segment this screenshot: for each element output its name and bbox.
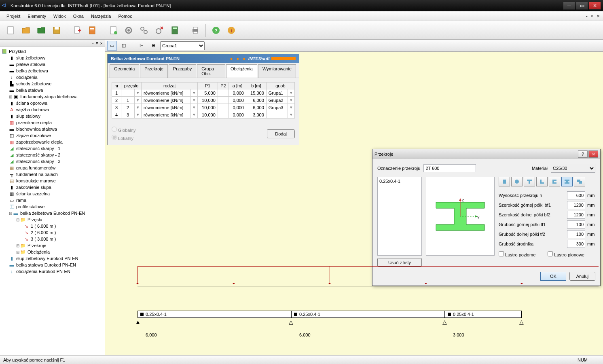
dialog-close-button[interactable]: ✕	[588, 150, 598, 158]
tab-przeguby[interactable]: Przeguby	[169, 64, 196, 78]
add-load-button[interactable]: Dodaj	[267, 129, 295, 138]
dropdown-icon[interactable]: ▾	[135, 97, 142, 104]
tree-item[interactable]: ↓obciążenia	[1, 74, 104, 80]
collapse-icon[interactable]: ⊟	[16, 218, 20, 222]
shape-z-button[interactable]	[574, 177, 585, 186]
mdi-close-icon[interactable]: ×	[595, 13, 601, 19]
calculator-button[interactable]	[168, 24, 181, 37]
tree-item[interactable]: ▬płatew stalowa	[1, 61, 104, 68]
tree-span-item[interactable]: ↘3 ( 3.000 m )	[1, 236, 104, 242]
expand-icon[interactable]: ⊞	[16, 250, 20, 254]
dialog-help-button[interactable]: ?	[578, 150, 588, 158]
tree-item[interactable]: ⊞▣fundamenty-stopa kielichowa	[1, 93, 104, 100]
new-file-button[interactable]	[4, 24, 17, 37]
settings-2-button[interactable]	[138, 24, 150, 37]
oznaczenie-input[interactable]	[423, 164, 476, 172]
dropdown-icon[interactable]: ▾	[190, 111, 197, 119]
dropdown-icon[interactable]: ▾	[288, 89, 295, 97]
tab-grupa-obc[interactable]: Grupa Obc.	[197, 64, 225, 78]
tree-item[interactable]: ▮słup stalowy	[1, 113, 104, 119]
print-button[interactable]	[189, 24, 202, 37]
radio-lokalny[interactable]: Lokalny	[112, 135, 135, 141]
group-select[interactable]: Grupa1	[160, 41, 205, 50]
dropdown-icon[interactable]: ▾	[190, 89, 197, 97]
remove-from-list-button[interactable]: Usuń z listy	[377, 258, 422, 267]
menu-narzedzia[interactable]: Narzędzia	[88, 13, 114, 20]
tree-item[interactable]: ⊞📁Przekroje	[1, 242, 104, 249]
property-input[interactable]	[567, 230, 585, 238]
open-folder-2-button[interactable]	[35, 24, 48, 37]
shape-circle-button[interactable]	[511, 177, 523, 186]
page-button[interactable]	[107, 24, 120, 37]
shape-i-button[interactable]	[561, 177, 573, 186]
mirror-horizontal-checkbox[interactable]: Lustro poziome	[499, 251, 535, 257]
project-tree[interactable]: 📗Przykład ▮słup żelbetowy ▬płatew stalow…	[0, 47, 105, 355]
table-row[interactable]: 1▾równomierne [kN/m]▾5,0000,00015,000Gru…	[112, 89, 295, 97]
sidebar-dropdown-icon[interactable]: ▾	[96, 40, 98, 46]
dropdown-icon[interactable]: ▾	[288, 111, 295, 119]
collapse-icon[interactable]: ⊟	[8, 211, 13, 216]
tree-item[interactable]: ▥przenikanie ciepła	[1, 119, 104, 126]
tree-span-item[interactable]: ↘1 ( 6.000 m )	[1, 223, 104, 229]
tree-span-item[interactable]: ↘2 ( 6.000 m )	[1, 229, 104, 236]
tab-obciazenia[interactable]: Obciążenia	[226, 64, 257, 78]
maximize-button[interactable]: ▭	[576, 2, 588, 10]
menu-widok[interactable]: Widok	[50, 13, 69, 20]
dropdown-icon[interactable]: ▾	[135, 111, 142, 119]
view-3d-button[interactable]: ◫	[119, 41, 129, 51]
view-mode-button[interactable]: ▭	[107, 41, 117, 51]
menu-elementy[interactable]: Elementy	[24, 13, 49, 20]
menu-okna[interactable]: Okna	[70, 13, 87, 20]
material-select[interactable]: C25/30	[551, 164, 595, 173]
tree-item[interactable]: ◢stateczność skarpy - 1	[1, 145, 104, 152]
shape-tee-button[interactable]	[524, 177, 535, 186]
tree-item[interactable]: ▦grupa fundamentów	[1, 165, 104, 171]
tab-przekroje[interactable]: Przekroje	[140, 64, 167, 78]
export-button[interactable]	[71, 24, 84, 37]
radio-globalny[interactable]: Globalny	[112, 127, 135, 133]
tree-item[interactable]: ⊞📁Obciążenia	[1, 249, 104, 255]
tree-item[interactable]: ◢stateczność skarpy - 2	[1, 152, 104, 158]
dropdown-icon[interactable]: ▾	[135, 89, 142, 97]
section-list[interactable]: 0.25x0.4-1	[377, 177, 422, 256]
tree-root[interactable]: 📗Przykład	[1, 48, 104, 55]
tree-item[interactable]: ▤konstrukcje murowe	[1, 178, 104, 184]
minimize-button[interactable]: ─	[563, 2, 575, 10]
expand-icon[interactable]: ⊞	[16, 243, 20, 248]
table-row[interactable]: 32▾równomierne [kN/m]▾10,0000,0006,000Gr…	[112, 104, 295, 111]
tool-button-2[interactable]: ⊟	[148, 41, 158, 51]
tree-item[interactable]: ▙schody żelbetowe	[1, 80, 104, 87]
tree-item[interactable]: ▥zapotrzebowanie ciepła	[1, 139, 104, 145]
tree-item[interactable]: ╥fundament na palach	[1, 171, 104, 178]
menu-projekt[interactable]: Projekt	[3, 13, 23, 20]
dropdown-icon[interactable]: ▾	[135, 104, 142, 111]
tree-item[interactable]: ⊟📁Przęsła	[1, 216, 104, 223]
mdi-minimize-icon[interactable]: -	[584, 13, 588, 19]
property-input[interactable]	[567, 220, 585, 229]
dropdown-icon[interactable]: ▾	[190, 97, 197, 104]
tree-item[interactable]: ◫złącze doczołowe	[1, 132, 104, 139]
tree-item[interactable]: 工profile stalowe	[1, 203, 104, 210]
tree-item[interactable]: ▬blachownica stalowa	[1, 126, 104, 132]
tree-item[interactable]: ▮ściana oporowa	[1, 100, 104, 106]
tree-item[interactable]: ▥ścianka szczelna	[1, 190, 104, 197]
open-folder-button[interactable]	[19, 24, 32, 37]
dropdown-icon[interactable]: ▾	[190, 104, 197, 111]
tree-item[interactable]: ▭rama	[1, 197, 104, 203]
menu-pomoc[interactable]: Pomoc	[115, 13, 135, 20]
tree-item[interactable]: ▮słup żelbetowy Eurokod PN-EN	[1, 255, 104, 262]
property-input[interactable]	[567, 211, 585, 219]
mirror-vertical-checkbox[interactable]: Lustro pionowe	[548, 251, 584, 257]
tree-item[interactable]: ⊟▬belka żelbetowa Eurokod PN-EN	[1, 210, 104, 216]
tab-geometria[interactable]: Geometria	[110, 64, 139, 78]
shape-l-button[interactable]	[536, 177, 548, 186]
sidebar-close-icon[interactable]: ×	[100, 41, 103, 46]
tree-item[interactable]: ↓obciążenia Eurokod PN-EN	[1, 268, 104, 275]
help-button[interactable]: ?	[209, 24, 222, 37]
tab-wymiarowanie[interactable]: Wymiarowanie	[258, 64, 296, 78]
table-row[interactable]: 43▾równomierne [kN/m]▾10,0000,0003,000▾	[112, 111, 295, 119]
expand-icon[interactable]: ⊞	[8, 95, 13, 99]
tree-item[interactable]: ◢stateczność skarpy - 3	[1, 158, 104, 165]
settings-button[interactable]	[122, 24, 135, 37]
sidebar-pin-icon[interactable]: ▫	[92, 41, 94, 46]
